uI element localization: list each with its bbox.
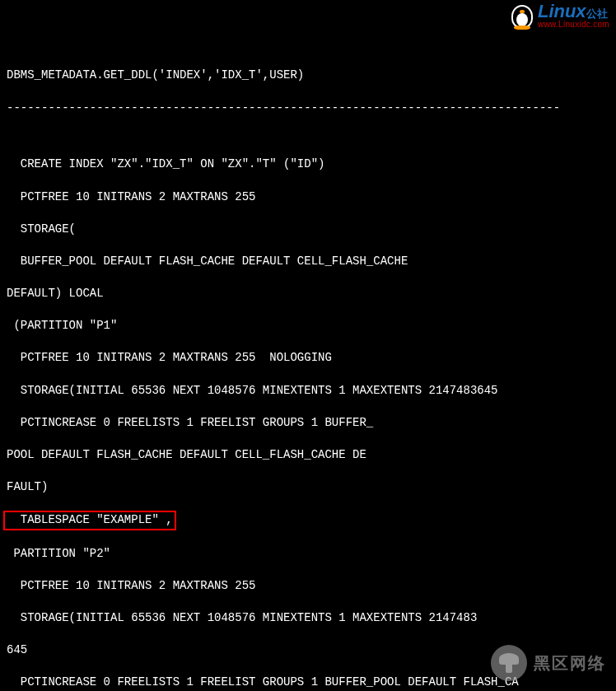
penguin-icon bbox=[510, 2, 534, 30]
code-line: POOL DEFAULT FLASH_CACHE DEFAULT CELL_FL… bbox=[7, 447, 609, 464]
code-line: FAULT) bbox=[7, 479, 609, 496]
heiqu-watermark: 黑区网络 bbox=[491, 645, 606, 681]
heiqu-text: 黑区网络 bbox=[534, 651, 606, 675]
linux-logo-text: Linux公社 www.Linuxidc.com bbox=[538, 2, 609, 29]
linux-url: www.Linuxidc.com bbox=[538, 21, 609, 29]
tablespace-example-1: TABLESPACE "EXAMPLE" , bbox=[3, 511, 176, 530]
code-line: CREATE INDEX "ZX"."IDX_T" ON "ZX"."T" ("… bbox=[7, 156, 609, 173]
ddl-output: CREATE INDEX "ZX"."IDX_T" ON "ZX"."T" ("… bbox=[7, 141, 609, 691]
linux-watermark: Linux公社 www.Linuxidc.com bbox=[510, 2, 609, 30]
code-line: STORAGE(INITIAL 65536 NEXT 1048576 MINEX… bbox=[7, 383, 609, 399]
code-line: PCTFREE 10 INITRANS 2 MAXTRANS 255 bbox=[7, 578, 609, 595]
code-line: PCTFREE 10 INITRANS 2 MAXTRANS 255 NOLOG… bbox=[7, 350, 609, 367]
linux-brand: Linux bbox=[538, 1, 586, 21]
mushroom-icon bbox=[491, 645, 527, 681]
code-line: STORAGE( bbox=[7, 222, 609, 238]
highlight-line: TABLESPACE "EXAMPLE" , bbox=[7, 511, 609, 530]
code-line: PARTITION "P2" bbox=[7, 546, 609, 563]
separator-line: ----------------------------------------… bbox=[7, 100, 609, 117]
code-line: DEFAULT) LOCAL bbox=[7, 286, 609, 302]
linux-gongshe: 公社 bbox=[586, 7, 608, 20]
code-line: BUFFER_POOL DEFAULT FLASH_CACHE DEFAULT … bbox=[7, 254, 609, 270]
code-line: PCTFREE 10 INITRANS 2 MAXTRANS 255 bbox=[7, 189, 609, 206]
code-line: STORAGE(INITIAL 65536 NEXT 1048576 MINEX… bbox=[7, 610, 609, 627]
code-line: PCTINCREASE 0 FREELISTS 1 FREELIST GROUP… bbox=[7, 415, 609, 432]
code-line: (PARTITION "P1" bbox=[7, 318, 609, 334]
